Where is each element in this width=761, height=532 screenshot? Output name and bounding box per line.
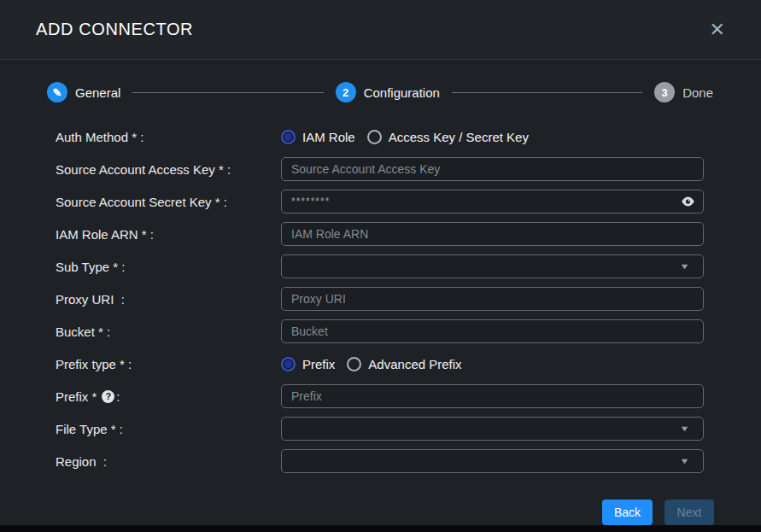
source-account-access-key-label: Source Account Access Key * : bbox=[56, 162, 281, 177]
auth-method-radio-group: IAM Role Access Key / Secret Key bbox=[281, 130, 529, 144]
modal: ADD CONNECTOR ✕ ✎ General 2 Configuratio… bbox=[0, 0, 761, 525]
radio-prefix[interactable]: Prefix bbox=[281, 357, 335, 371]
stepper-connector bbox=[132, 92, 323, 93]
source-account-secret-key-input[interactable] bbox=[281, 190, 704, 213]
help-icon[interactable]: ? bbox=[102, 390, 114, 403]
back-button[interactable]: Back bbox=[602, 500, 653, 525]
region-row: Region : ▼ bbox=[56, 449, 704, 473]
modal-title: ADD CONNECTOR bbox=[36, 20, 193, 39]
bucket-input[interactable] bbox=[281, 319, 704, 343]
sub-type-label: Sub Type * : bbox=[56, 260, 281, 274]
radio-iam-role[interactable]: IAM Role bbox=[281, 130, 355, 144]
prefix-label: Prefix * ? : bbox=[56, 389, 281, 404]
step-general-label: General bbox=[75, 85, 120, 100]
auth-method-row: Auth Method * : IAM Role Access Key / Se… bbox=[56, 125, 704, 149]
modal-footer: Back Next bbox=[0, 494, 761, 525]
chevron-down-icon: ▼ bbox=[679, 262, 689, 271]
eye-icon[interactable] bbox=[681, 196, 695, 208]
bucket-row: Bucket * : bbox=[56, 319, 704, 343]
prefix-input[interactable] bbox=[281, 384, 704, 408]
prefix-type-label: Prefix type * : bbox=[56, 357, 281, 371]
iam-role-arn-row: IAM Role ARN * : bbox=[56, 222, 704, 246]
pencil-icon: ✎ bbox=[53, 86, 62, 99]
radio-unselected-icon bbox=[347, 357, 361, 371]
step-general[interactable]: ✎ General bbox=[47, 82, 120, 102]
step-done-circle: 3 bbox=[654, 82, 675, 102]
chevron-down-icon: ▼ bbox=[679, 424, 689, 433]
modal-header: ADD CONNECTOR ✕ bbox=[0, 0, 761, 60]
step-done: 3 Done bbox=[654, 82, 713, 102]
proxy-uri-row: Proxy URI : bbox=[56, 287, 704, 311]
sub-type-row: Sub Type * : ▼ bbox=[56, 254, 704, 278]
source-account-secret-key-label: Source Account Secret Key * : bbox=[56, 195, 281, 209]
source-account-secret-key-row: Source Account Secret Key * : bbox=[56, 190, 704, 213]
file-type-row: File Type * : ▼ bbox=[56, 417, 704, 441]
step-general-circle: ✎ bbox=[47, 82, 67, 102]
source-account-access-key-row: Source Account Access Key * : bbox=[56, 157, 704, 181]
chevron-down-icon: ▼ bbox=[679, 457, 689, 465]
radio-selected-icon bbox=[281, 357, 296, 371]
prefix-row: Prefix * ? : bbox=[56, 384, 704, 408]
prefix-type-radio-group: Prefix Advanced Prefix bbox=[281, 357, 462, 371]
region-label: Region : bbox=[56, 454, 281, 469]
stepper: ✎ General 2 Configuration 3 Done bbox=[0, 60, 761, 102]
configuration-form: Auth Method * : IAM Role Access Key / Se… bbox=[0, 102, 761, 494]
step-done-label: Done bbox=[682, 85, 713, 100]
next-button[interactable]: Next bbox=[664, 500, 714, 525]
close-icon[interactable]: ✕ bbox=[705, 19, 730, 41]
region-select[interactable]: ▼ bbox=[281, 449, 704, 473]
add-connector-dialog: ADD CONNECTOR ✕ ✎ General 2 Configuratio… bbox=[0, 0, 761, 532]
radio-selected-icon bbox=[281, 130, 296, 144]
auth-method-label: Auth Method * : bbox=[56, 130, 281, 144]
stepper-connector bbox=[452, 92, 642, 93]
radio-advanced-prefix[interactable]: Advanced Prefix bbox=[347, 357, 461, 371]
file-type-select[interactable]: ▼ bbox=[281, 417, 704, 441]
iam-role-arn-label: IAM Role ARN * : bbox=[56, 227, 281, 242]
prefix-type-row: Prefix type * : Prefix Advanced Prefix bbox=[56, 352, 704, 376]
radio-unselected-icon bbox=[367, 130, 382, 144]
iam-role-arn-input[interactable] bbox=[281, 222, 704, 246]
step-configuration-label: Configuration bbox=[364, 85, 440, 100]
file-type-label: File Type * : bbox=[56, 422, 281, 436]
proxy-uri-label: Proxy URI : bbox=[56, 292, 281, 307]
source-account-access-key-input[interactable] bbox=[281, 157, 704, 181]
step-configuration-circle: 2 bbox=[336, 82, 356, 102]
step-configuration[interactable]: 2 Configuration bbox=[336, 82, 440, 102]
bottom-edge bbox=[0, 525, 761, 532]
proxy-uri-input[interactable] bbox=[281, 287, 704, 311]
bucket-label: Bucket * : bbox=[56, 324, 281, 339]
sub-type-select[interactable]: ▼ bbox=[281, 254, 704, 278]
radio-access-key-secret-key[interactable]: Access Key / Secret Key bbox=[367, 130, 529, 144]
